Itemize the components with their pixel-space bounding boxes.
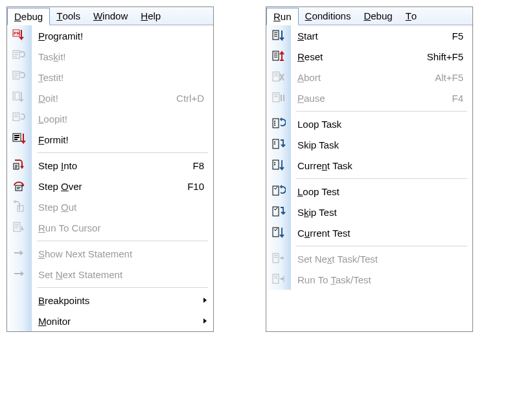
svg-rect-15 — [17, 206, 23, 211]
menu-item-label: Step Into — [37, 160, 173, 171]
task-cycle-icon — [7, 46, 32, 67]
menu-item-label: Skip Task — [296, 139, 463, 150]
svg-point-29 — [274, 143, 275, 145]
left-item-doit-: Doit!Ctrl+D — [7, 88, 213, 108]
right-menubar-run[interactable]: Run — [266, 8, 299, 25]
right-item-skip-task[interactable]: Skip Task — [266, 134, 472, 155]
menu-item-label: Loop Test — [296, 186, 463, 197]
menu-item-label: Testit! — [37, 72, 204, 83]
left-item-step-into[interactable]: Step IntoF8 — [7, 155, 213, 176]
right-item-loop-test[interactable]: Loop Test — [266, 181, 472, 202]
right-item-abort: AbortAlt+F5 — [266, 67, 472, 88]
submenu-arrow-icon — [203, 318, 207, 324]
right-item-skip-test[interactable]: Skip Test — [266, 202, 472, 222]
run-menu-panel: RunConditionsDebugTo StartF5ResetShift+F… — [266, 6, 473, 332]
list-down-icon — [266, 25, 291, 46]
blank-icon — [7, 290, 32, 311]
svg-rect-33 — [273, 186, 279, 195]
svg-rect-20 — [273, 93, 279, 102]
pr-down-icon: PR — [7, 25, 32, 46]
left-menubar-window[interactable]: Window — [87, 7, 134, 25]
right-item-loop-task[interactable]: Loop Task — [266, 113, 472, 134]
menu-separator — [266, 176, 472, 181]
menu-item-label: Show Next Statement — [37, 248, 204, 259]
svg-point-24 — [274, 121, 275, 122]
step-into-icon — [7, 155, 32, 176]
svg-point-5 — [14, 93, 16, 95]
svg-text:PR: PR — [14, 31, 20, 36]
menu-separator — [7, 285, 213, 290]
svg-rect-21 — [281, 95, 282, 101]
left-item-step-over[interactable]: Step OverF10 — [7, 176, 213, 196]
svg-point-25 — [274, 123, 275, 124]
svg-rect-37 — [273, 274, 279, 283]
show-next-icon — [7, 243, 32, 264]
menubar-left: DebugToolsWindowHelp — [7, 7, 213, 25]
svg-point-28 — [274, 141, 275, 143]
left-menubar-help[interactable]: Help — [134, 7, 167, 25]
svg-point-31 — [274, 162, 275, 163]
left-item-programit-[interactable]: PRProgramit! — [7, 25, 213, 46]
list-reset-icon — [266, 46, 291, 67]
step-over-icon — [7, 176, 32, 196]
left-item-testit-: Testit! — [7, 67, 213, 88]
svg-point-7 — [14, 97, 16, 99]
svg-rect-36 — [273, 254, 279, 263]
svg-rect-16 — [14, 222, 20, 231]
abort-icon — [266, 67, 291, 88]
menu-item-label: Reset — [296, 51, 408, 62]
svg-rect-4 — [13, 92, 19, 100]
left-menubar-tools[interactable]: Tools — [50, 7, 87, 25]
menu-item-label: Set Next Task/Test — [296, 254, 463, 265]
left-item-taskit-: Taskit! — [7, 46, 213, 67]
svg-rect-35 — [273, 228, 279, 237]
svg-rect-34 — [273, 207, 279, 216]
pause-icon — [266, 88, 291, 108]
left-item-set-next-statement: Set Next Statement — [7, 264, 213, 285]
right-item-start[interactable]: StartF5 — [266, 25, 472, 46]
menu-item-label: Step Out — [37, 202, 204, 213]
menu-item-shortcut: Ctrl+D — [157, 93, 204, 104]
form-down-icon — [7, 129, 32, 150]
left-item-formit-[interactable]: Formit! — [7, 129, 213, 150]
right-menubar-to[interactable]: To — [399, 7, 424, 25]
step-out-icon — [7, 196, 32, 217]
left-item-step-out: Step Out — [7, 196, 213, 217]
set-next-task-icon — [266, 248, 291, 269]
debug-menu-panel: DebugToolsWindowHelp PRProgramit!Taskit!… — [6, 6, 214, 332]
right-item-reset[interactable]: ResetShift+F5 — [266, 46, 472, 67]
current-task-icon — [266, 155, 291, 176]
menu-item-label: Loop Task — [296, 119, 463, 130]
do-down-icon — [7, 88, 32, 108]
right-menubar-conditions[interactable]: Conditions — [299, 7, 358, 25]
submenu-arrow-icon — [203, 298, 207, 303]
menu-item-label: Doit! — [37, 93, 157, 104]
right-menubar-debug[interactable]: Debug — [357, 7, 399, 25]
menu-separator — [266, 243, 472, 248]
left-menubar-debug[interactable]: Debug — [7, 8, 50, 25]
left-item-loopit-: Loopit! — [7, 108, 213, 129]
menu-item-label: Taskit! — [37, 51, 204, 62]
right-item-current-task[interactable]: Current Task — [266, 155, 472, 176]
menu-item-shortcut: F4 — [432, 93, 463, 104]
menu-item-label: Step Over — [37, 181, 168, 192]
svg-rect-17 — [273, 30, 279, 40]
skip-test-icon — [266, 202, 291, 222]
menu-item-label: Monitor — [37, 316, 204, 327]
svg-rect-30 — [273, 160, 279, 169]
skip-task-icon — [266, 134, 291, 155]
menu-separator — [266, 108, 472, 113]
run-to-task-icon — [266, 269, 291, 290]
svg-rect-11 — [14, 137, 19, 138]
test-cycle-icon — [7, 67, 32, 88]
left-item-breakpoints[interactable]: Breakpoints — [7, 290, 213, 311]
menu-item-shortcut: F5 — [432, 30, 463, 41]
left-item-monitor[interactable]: Monitor — [7, 311, 213, 331]
svg-rect-27 — [273, 139, 279, 148]
menu-item-label: Loopit! — [37, 113, 204, 124]
right-item-current-test[interactable]: Current Test — [266, 222, 472, 243]
menu-item-label: Current Task — [296, 160, 463, 171]
menu-separator — [7, 150, 213, 155]
menu-item-label: Pause — [296, 93, 432, 104]
menu-item-label: Formit! — [37, 134, 204, 145]
